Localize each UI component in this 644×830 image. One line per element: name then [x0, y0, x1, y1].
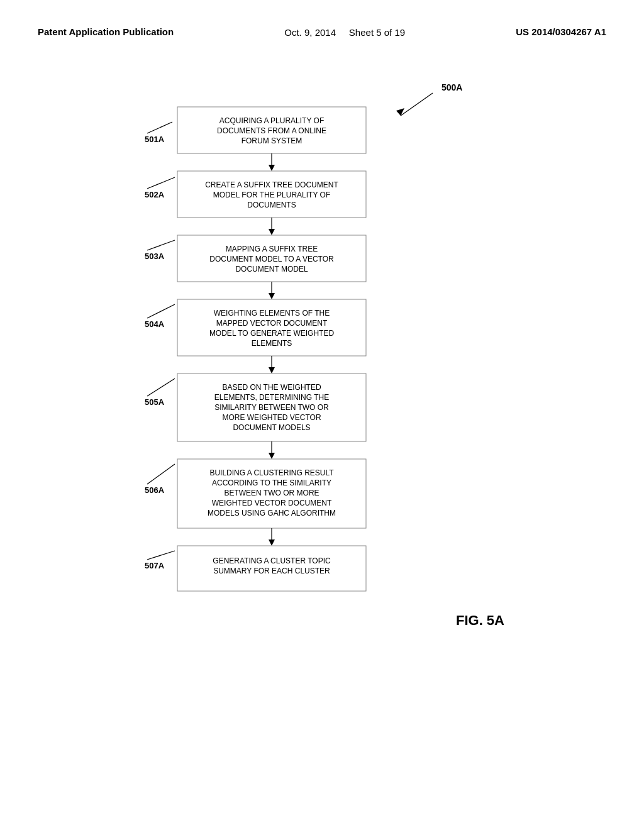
svg-marker-42: [269, 540, 275, 546]
svg-text:DOCUMENTS: DOCUMENTS: [247, 201, 296, 209]
svg-line-43: [147, 551, 175, 560]
svg-line-0: [401, 93, 433, 116]
svg-marker-1: [396, 108, 404, 116]
svg-text:MAPPED VECTOR DOCUMENT: MAPPED VECTOR DOCUMENT: [216, 319, 328, 328]
svg-text:MODELS USING GAHC ALGORITHM: MODELS USING GAHC ALGORITHM: [208, 509, 336, 517]
fig-caption: FIG. 5A: [456, 612, 504, 628]
fig-500a-label: 500A: [441, 82, 462, 92]
step-501a-label: 501A: [145, 135, 165, 144]
svg-text:BETWEEN TWO OR MORE: BETWEEN TWO OR MORE: [224, 489, 319, 497]
step-505a-text: BASED ON THE WEIGHTED: [222, 383, 321, 392]
svg-text:DOCUMENTS FROM A ONLINE: DOCUMENTS FROM A ONLINE: [217, 126, 326, 135]
svg-text:WEIGHTED VECTOR DOCUMENT: WEIGHTED VECTOR DOCUMENT: [212, 499, 332, 507]
svg-text:MORE WEIGHTED VECTOR: MORE WEIGHTED VECTOR: [222, 413, 321, 422]
svg-text:ELEMENTS: ELEMENTS: [252, 339, 292, 348]
step-507a-text: GENERATING A CLUSTER TOPIC: [213, 556, 331, 565]
svg-text:SIMILARITY BETWEEN TWO OR: SIMILARITY BETWEEN TWO OR: [214, 403, 329, 412]
publication-date: Oct. 9, 2014: [284, 27, 336, 38]
header-center: Oct. 9, 2014 Sheet 5 of 19: [284, 25, 405, 40]
svg-line-14: [147, 240, 175, 250]
step-503a-text: MAPPING A SUFFIX TREE: [226, 245, 318, 253]
svg-text:SUMMARY FOR EACH CLUSTER: SUMMARY FOR EACH CLUSTER: [213, 567, 330, 575]
patent-number: US 2014/0304267 A1: [516, 25, 606, 38]
step-502a-label: 502A: [145, 190, 165, 199]
step-501a-text: ACQUIRING A PLURALITY OF: [219, 116, 325, 125]
step-506a-label: 506A: [145, 485, 165, 495]
svg-text:DOCUMENT MODEL: DOCUMENT MODEL: [235, 265, 308, 274]
diagram-area: 500A 501A ACQUIRING A PLURALITY OF DOCUM…: [0, 53, 644, 782]
page: Patent Application Publication Oct. 9, 2…: [0, 0, 644, 830]
publication-label: Patent Application Publication: [38, 25, 174, 38]
svg-marker-34: [269, 453, 275, 459]
step-504a-label: 504A: [145, 319, 165, 329]
sheet-info: Sheet 5 of 19: [349, 27, 405, 38]
svg-text:DOCUMENT MODEL TO A VECTOR: DOCUMENT MODEL TO A VECTOR: [209, 255, 334, 263]
svg-text:MODEL FOR THE PLURALITY OF: MODEL FOR THE PLURALITY OF: [213, 191, 330, 199]
svg-line-20: [147, 304, 175, 318]
step-502a-text: CREATE A SUFFIX TREE DOCUMENT: [205, 180, 338, 189]
step-504a-text: WEIGHTING ELEMENTS OF THE: [214, 309, 330, 318]
svg-line-27: [147, 379, 175, 396]
svg-marker-7: [269, 165, 275, 171]
svg-text:MODEL TO GENERATE WEIGHTED: MODEL TO GENERATE WEIGHTED: [209, 329, 335, 338]
svg-text:FORUM SYSTEM: FORUM SYSTEM: [242, 136, 303, 145]
svg-marker-19: [269, 293, 275, 299]
svg-line-35: [147, 464, 175, 484]
svg-marker-13: [269, 229, 275, 235]
step-503a-label: 503A: [145, 252, 165, 261]
svg-line-2: [147, 122, 172, 133]
svg-text:ELEMENTS, DETERMINING THE: ELEMENTS, DETERMINING THE: [214, 393, 329, 402]
svg-text:DOCUMENT MODELS: DOCUMENT MODELS: [233, 423, 310, 432]
step-505a-label: 505A: [145, 397, 165, 407]
svg-marker-26: [269, 367, 275, 374]
svg-text:ACCORDING TO THE SIMILARITY: ACCORDING TO THE SIMILARITY: [212, 479, 331, 487]
page-header: Patent Application Publication Oct. 9, 2…: [0, 0, 644, 53]
step-507a-label: 507A: [145, 561, 165, 570]
flowchart-svg: 500A 501A ACQUIRING A PLURALITY OF DOCUM…: [52, 65, 592, 770]
step-506a-text: BUILDING A CLUSTERING RESULT: [209, 468, 334, 477]
svg-line-8: [147, 177, 175, 189]
